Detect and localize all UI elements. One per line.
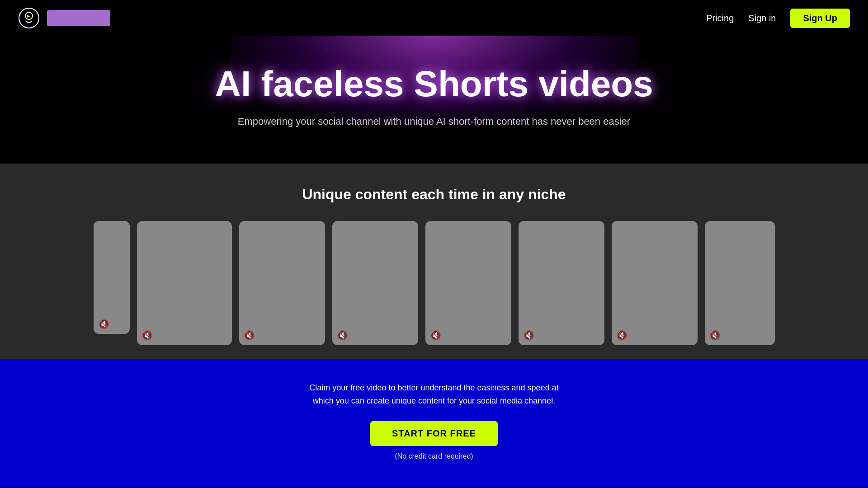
navbar: Pricing Sign in Sign Up (0, 0, 868, 36)
signup-button[interactable]: Sign Up (790, 9, 850, 28)
video-card: 🔇 (705, 221, 775, 345)
video-card: 🔇 (519, 221, 604, 345)
pricing-link[interactable]: Pricing (706, 13, 734, 23)
video-card: 🔇 (137, 221, 232, 345)
video-card: 🔇 (94, 221, 130, 334)
video-card: 🔇 (612, 221, 698, 345)
navbar-right: Pricing Sign in Sign Up (706, 9, 850, 28)
cta-description: Claim your free video to better understa… (18, 381, 850, 408)
content-section: Unique content each time in any niche 🔇 … (0, 164, 868, 359)
mute-icon[interactable]: 🔇 (709, 330, 721, 341)
start-free-button[interactable]: START FOR FREE (370, 421, 498, 446)
svg-marker-2 (27, 15, 30, 18)
mute-icon[interactable]: 🔇 (98, 319, 109, 329)
logo-text (47, 10, 110, 26)
section-title: Unique content each time in any niche (9, 186, 859, 203)
hero-subtitle: Empowering your social channel with uniq… (18, 116, 850, 127)
cta-section: Claim your free video to better understa… (0, 359, 868, 488)
cta-note: (No credit card required) (18, 452, 850, 460)
mute-icon[interactable]: 🔇 (430, 330, 441, 341)
navbar-left (18, 7, 110, 29)
hero-title: AI faceless Shorts videos (18, 63, 850, 105)
mute-icon[interactable]: 🔇 (616, 330, 627, 341)
video-grid: 🔇 🔇 🔇 🔇 🔇 🔇 🔇 🔇 (9, 221, 859, 345)
video-card: 🔇 (425, 221, 511, 345)
video-card: 🔇 (239, 221, 325, 345)
mute-icon[interactable]: 🔇 (523, 330, 534, 341)
signin-link[interactable]: Sign in (748, 13, 776, 23)
hero-section: AI faceless Shorts videos Empowering you… (0, 36, 868, 164)
svg-point-0 (19, 8, 39, 28)
cta-description-line1: Claim your free video to better understa… (309, 383, 558, 392)
mute-icon[interactable]: 🔇 (142, 330, 153, 341)
logo-icon (18, 7, 40, 29)
mute-icon[interactable]: 🔇 (337, 330, 348, 341)
video-card: 🔇 (332, 221, 418, 345)
mute-icon[interactable]: 🔇 (244, 330, 255, 341)
cta-description-line2: which you can create unique content for … (313, 396, 555, 405)
